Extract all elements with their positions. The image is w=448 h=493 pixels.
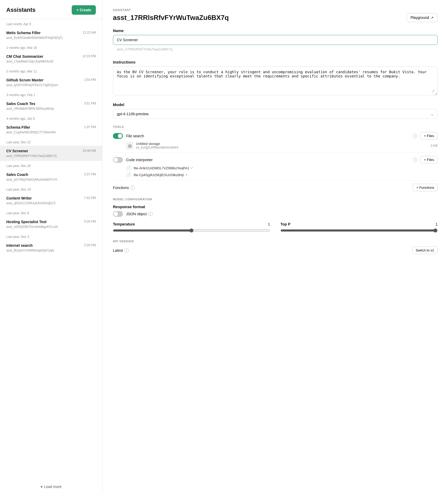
create-button[interactable]: + Create (72, 5, 96, 15)
functions-row: Functions i + Functions (113, 184, 437, 191)
assistant-item-row: Content Writer 7:42 PM (6, 196, 96, 200)
assistant-item-time: 2:54 PM (84, 78, 96, 82)
temperature-slider[interactable] (113, 228, 270, 233)
assistant-item-row: Sales Coach Tes 3:51 PM (6, 102, 96, 106)
assistant-item-row: CM Chat Summarizer 12:19 PM (6, 54, 96, 59)
expand-icon[interactable]: ⤢ (431, 88, 435, 93)
json-object-info-icon[interactable]: i (148, 212, 153, 216)
response-format-heading: Response format (113, 204, 437, 209)
assistant-item-time: 7:42 PM (84, 196, 96, 200)
assistant-item-time: 11:22 AM (82, 31, 96, 34)
sidebar-title: Assistants (6, 7, 35, 13)
playground-label: Playground (410, 15, 429, 20)
assistant-item-name: Github Scrum Master (6, 78, 44, 82)
assistant-item-id: asst_tySDYORntQYEw7z7JgfGQsxn (6, 83, 96, 87)
name-section: Name (113, 28, 437, 54)
assistant-item-row: Sales Coach 1:07 PM (6, 172, 96, 177)
assistant-item-id: asst_qfG3cC1Of0Uu8JVsGfnqEj72 (6, 201, 96, 205)
assistant-list-item[interactable]: Internet search 2:20 PM asst_Bc2yeYnXlh8… (0, 240, 102, 255)
response-format-row: JSON object i (113, 211, 437, 217)
model-config-label: MODEL CONFIGURATION (113, 198, 437, 201)
temperature-label: Temperature (113, 222, 135, 226)
assistant-label: ASSISTANT (113, 8, 437, 12)
heading-row: asst_17RRlsRfvFYrWuTwaZu6BX7q Playground… (113, 13, 437, 22)
file-icon-1: 📄 (126, 166, 131, 170)
temperature-header: Temperature 1 (113, 222, 270, 226)
assistant-list-item[interactable]: Sales Coach Tes 3:51 PM asst_XRvlMb9Y8R5… (0, 98, 102, 114)
tools-section: TOOLS File search i + Files ▤ Untitled s… (113, 125, 437, 191)
api-version-label: API VERSION (113, 240, 437, 243)
date-group-label: Last year, Dec 22 (0, 137, 102, 146)
file-search-row: File search i + Files (113, 132, 437, 140)
assistant-list-item[interactable]: Sales Coach 1:07 PM asst_pGYWyj7kblOyMxz… (0, 169, 102, 185)
functions-label: Functions i (113, 186, 413, 190)
assistant-list-item[interactable]: CM Chat Summarizer 12:19 PM asst_LTpeblw… (0, 51, 102, 66)
file-search-toggle[interactable] (113, 133, 123, 139)
assistant-list-item[interactable]: Hosting Specialist Test 5:28 PM asst_vfZ… (0, 217, 102, 232)
date-group-label: 4 months ago, Jan 5 (0, 114, 102, 122)
load-more-label: Load more (44, 485, 62, 489)
file-search-label: File search (126, 134, 410, 138)
assistant-item-name: Hosting Specialist Test (6, 220, 46, 224)
assistant-list-item[interactable]: Github Scrum Master 2:54 PM asst_tySDYOR… (0, 75, 102, 90)
storage-size: 0 KB (431, 144, 437, 148)
assistant-item-time: 10:48 AM (82, 149, 96, 153)
file-item-2: 📄 file-Cp4Sg9Uz5KjlEGUv59kz8HjI ↗ (126, 172, 437, 177)
top-p-value: 1 (435, 222, 437, 226)
json-object-label: JSON object i (126, 212, 437, 216)
assistant-item-name: CM Chat Summarizer (6, 54, 43, 59)
name-input[interactable] (113, 35, 437, 45)
file-search-files-button[interactable]: + Files (420, 132, 437, 140)
playground-button[interactable]: Playground ↗ (407, 13, 437, 22)
assistant-list-item[interactable]: CV Screener 10:48 AM asst_l7RRlsRfvFYrWu… (0, 146, 102, 161)
assistant-item-id: asst_pGYWyj7kblOyMxzhiwbDFvYA (6, 178, 96, 181)
assistant-item-id: asst_LTpeblwiCGqUJUjAiBAfuIJ0 (6, 60, 96, 63)
code-interpreter-info-icon[interactable]: i (413, 158, 417, 162)
top-p-label: Top P (280, 222, 290, 226)
sidebar-header: Assistants + Create (0, 0, 102, 19)
model-select[interactable]: gpt-4-1106-preview gpt-4 gpt-3.5-turbo (113, 109, 437, 119)
file-search-info-icon[interactable]: i (413, 134, 417, 138)
temperature-col: Temperature 1 (113, 222, 270, 233)
code-interpreter-row: Code interpreter i + Files (113, 156, 437, 164)
load-more-button[interactable]: ▾ Load more (0, 480, 102, 493)
external-link-icon-2[interactable]: ↗ (185, 173, 187, 177)
top-p-header: Top P 1 (280, 222, 437, 226)
add-functions-button[interactable]: + Functions (413, 184, 437, 191)
storage-name: Untitled storage (136, 142, 178, 146)
file-name-1: file-AHkX1ADMDL7VZ996bJYeqPA1 ↗ (134, 166, 193, 170)
assistant-item-time: 12:19 PM (82, 54, 96, 58)
assistant-item-row: Github Scrum Master 2:54 PM (6, 78, 96, 82)
assistant-id-heading: asst_17RRlsRfvFYrWuTwaZu6BX7q (113, 14, 229, 22)
assistant-item-row: Internet search 2:20 PM (6, 243, 96, 248)
top-p-slider[interactable] (280, 228, 437, 233)
external-link-icon-1[interactable]: ↗ (190, 166, 193, 170)
json-object-toggle[interactable] (113, 211, 123, 217)
model-config-section: MODEL CONFIGURATION Response format JSON… (113, 198, 437, 233)
functions-info-icon[interactable]: i (131, 186, 135, 190)
sliders-row: Temperature 1 Top P 1 (113, 222, 437, 233)
assistant-item-time: 3:51 PM (84, 102, 96, 105)
assistant-list-item[interactable]: Schema Filler 1:07 PM asst_Ccg4IwWDJlhfQ… (0, 122, 102, 137)
code-interpreter-toggle[interactable] (113, 157, 123, 163)
assistant-item-time: 2:20 PM (84, 243, 96, 247)
assistant-item-time: 5:28 PM (84, 220, 96, 223)
code-interpreter-files-button[interactable]: + Files (420, 156, 437, 164)
date-group-label: Last month, Apr 9 (0, 19, 102, 28)
assistant-item-name: Metis Schema Filler (6, 31, 41, 35)
switch-to-v1-button[interactable]: Switch to v1 (412, 246, 437, 254)
sidebar: Assistants + Create Last month, Apr 9 Me… (0, 0, 102, 493)
external-link-icon: ↗ (431, 16, 434, 20)
latest-info-icon[interactable]: i (124, 248, 129, 253)
storage-info: Untitled storage vs_ksVjj2UIPBwcIlieHvru… (136, 142, 178, 149)
assistant-list-item[interactable]: Content Writer 7:42 PM asst_qfG3cC1Of0Uu… (0, 193, 102, 208)
top-p-col: Top P 1 (280, 222, 437, 233)
assistant-list-item[interactable]: Metis Schema Filler 11:22 AM asst_EcWG3o… (0, 28, 102, 43)
storage-icon: ▤ (126, 142, 133, 149)
date-group-label: 2 months ago, Mar 16 (0, 43, 102, 51)
assistant-item-name: Content Writer (6, 196, 32, 200)
sidebar-list: Last month, Apr 9 Metis Schema Filler 11… (0, 19, 102, 480)
assistant-item-row: Metis Schema Filler 11:22 AM (6, 31, 96, 35)
assistant-item-id: asst_Ccg4IwWDJlhfQC7Y1f0enHhi (6, 130, 96, 134)
instructions-textarea[interactable] (113, 66, 437, 95)
